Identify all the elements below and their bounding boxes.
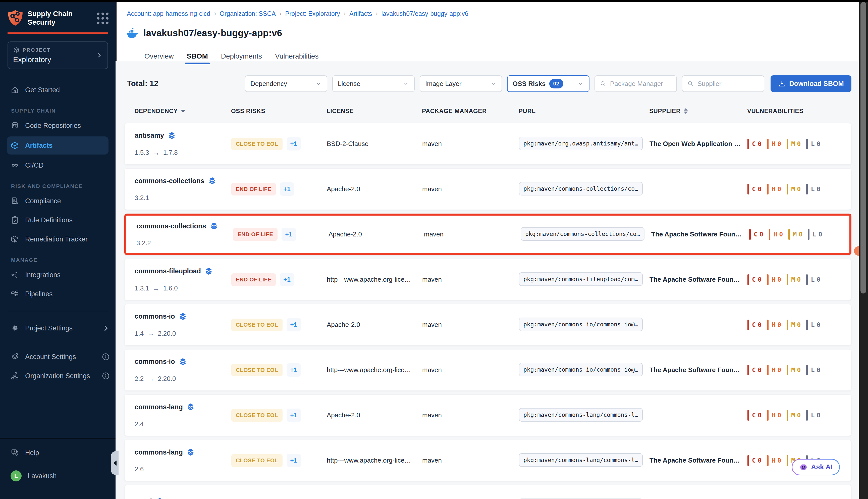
breadcrumb-account[interactable]: Account: app-harness-ng-cicd [127,10,210,17]
supplier-search [682,75,764,92]
vuln-critical: C0 [747,320,761,330]
layers-icon [208,177,216,185]
page-title: lavakush07/easy-buggy-app:v6 [144,28,282,38]
supplier-value: The Apache Software Foun… [649,366,740,374]
module-grid-icon[interactable] [97,13,109,24]
version-arrow-icon: → [147,330,154,338]
table-row[interactable]: commons-lang 2.4 → CLOSE TO EOL +1 Apach… [124,394,852,436]
breadcrumb-artifacts[interactable]: Artifacts [349,10,372,17]
vulnerability-counts: C0 H0 M0 L0 [747,184,841,194]
table-row[interactable]: commons-fileupload 1.3.1 → 1.6.0 END OF … [124,259,852,300]
dependency-filter-dropdown[interactable]: Dependency [245,75,327,92]
pipelines-icon [11,290,19,298]
breadcrumb-organization[interactable]: Organization: SSCA [220,10,276,17]
sidebar-item-pipelines[interactable]: Pipelines [0,285,115,303]
vuln-critical: C0 [747,365,761,375]
sidebar-section-manage: MANAGE [0,257,115,263]
purl-value[interactable]: pkg:maven/commons-fileupload/com… [519,272,643,286]
layers-icon [156,497,164,499]
tab-sbom[interactable]: SBOM [187,48,208,64]
scrollbar-track[interactable] [859,0,868,499]
image-layer-filter-dropdown[interactable]: Image Layer [420,75,502,92]
sidebar-item-remediation-tracker[interactable]: Remediation Tracker [0,230,115,248]
oss-risk-more-chip[interactable]: +1 [287,363,301,377]
sidebar-item-compliance[interactable]: Compliance [0,192,115,210]
package-manager-value: maven [422,276,508,283]
column-header-supplier[interactable]: SUPPLIER [649,108,747,114]
ai-robot-icon [799,463,808,472]
sidebar-item-get-started[interactable]: Get Started [0,81,115,99]
table-row[interactable]: commons-io 1.4 → 2.20.0 CLOSE TO EOL +1 … [124,304,852,345]
dependency-version: 2.2 → 2.20.0 [135,375,176,383]
vuln-low: L0 [806,320,820,330]
purl-value[interactable]: pkg:maven/commons-lang/commons-l… [519,453,643,467]
dependency-name: commons-io [135,358,175,366]
chevron-down-icon [315,81,322,87]
purl-value[interactable]: pkg:maven/commons-io/commons-io@… [519,363,643,376]
vuln-high: H0 [767,365,781,375]
sidebar-item-integrations[interactable]: Integrations [0,266,115,284]
sidebar-item-rule-definitions[interactable]: Rule Definitions [0,211,115,229]
package-manager-value: maven [422,321,508,329]
tab-vulnerabilities[interactable]: Vulnerabilities [275,48,319,64]
dependency-version: 3.2.1 → [135,194,153,202]
sidebar-item-organization-settings[interactable]: Organization Settings [0,367,115,385]
avatar: L [11,470,22,482]
oss-risk-more-chip[interactable]: +1 [287,137,301,150]
breadcrumb-project[interactable]: Project: Exploratory [285,10,340,17]
table-row[interactable]: commons-collections 3.2.2 → END OF LIFE … [124,214,852,255]
oss-risk-more-chip[interactable]: +1 [282,228,296,241]
sidebar-item-help[interactable]: ? Help [0,443,115,462]
ask-ai-button[interactable]: Ask AI [792,459,840,475]
layers-icon [178,357,187,366]
sidebar-item-code-repositories[interactable]: Code Repositories [0,116,115,135]
sidebar-item-cicd[interactable]: CI/CD [0,156,115,175]
license-value: Apache-2.0 [327,411,412,419]
package-manager-search-input[interactable] [610,80,672,88]
oss-risks-filter-dropdown[interactable]: OSS Risks 02 [507,75,590,92]
oss-risk-more-chip[interactable]: +1 [287,409,301,422]
breadcrumb-separator: › [375,10,378,17]
vuln-critical: C0 [747,455,761,466]
breadcrumb-artifact-name[interactable]: lavakush07/easy-buggy-app:v6 [382,10,468,17]
oss-risk-more-chip[interactable]: +1 [287,318,301,331]
purl-value[interactable]: pkg:maven/commons-io/commons-io@… [519,318,643,331]
oss-risk-more-chip[interactable]: +1 [280,273,294,286]
purl-value[interactable]: pkg:maven/commons-lang/commons-l… [519,408,643,422]
layers-icon [178,312,187,321]
version-arrow-icon: → [153,149,160,157]
license-filter-dropdown[interactable]: License [332,75,415,92]
search-icon [687,80,694,87]
dependency-version: 1.3.1 → 1.6.0 [135,284,178,292]
tab-deployments[interactable]: Deployments [221,48,262,64]
table-row[interactable]: esapi → END OF LIFE +1 BSD, Creative Com… [124,485,852,499]
supplier-value: The Apache Software Foun… [649,276,740,283]
info-icon [101,372,110,380]
table-row[interactable]: commons-collections 3.2.1 → END OF LIFE … [124,168,852,210]
table-row[interactable]: commons-io 2.2 → 2.20.0 CLOSE TO EOL +1 … [124,349,852,391]
table-row[interactable]: antisamy 1.5.3 → 1.7.8 CLOSE TO EOL +1 B… [124,123,852,165]
purl-value[interactable]: pkg:maven/commons-collections/co… [519,182,643,195]
oss-risk-more-chip[interactable]: +1 [280,182,294,196]
project-name: Exploratory [13,55,51,64]
project-selector[interactable]: PROJECT Exploratory [8,41,108,69]
purl-value[interactable]: pkg:maven/org.owasp.antisamy/ant… [519,137,643,150]
oss-risk-more-chip[interactable]: +1 [287,454,301,467]
table-row[interactable]: commons-lang 2.6 → CLOSE TO EOL +1 http-… [124,440,852,481]
oss-risk-badge: CLOSE TO EOL [231,454,283,467]
column-header-dependency[interactable]: DEPENDENCY [134,108,231,114]
vuln-medium: M0 [786,320,801,330]
download-sbom-button[interactable]: Download SBOM [771,75,852,92]
help-chat-icon: ? [11,449,19,457]
sidebar-item-project-settings[interactable]: Project Settings [0,319,115,338]
scrollbar-thumb[interactable] [860,2,866,293]
sidebar-collapse-handle[interactable] [111,451,119,475]
sidebar-item-artifacts[interactable]: Artifacts [7,136,109,155]
dependency-name: commons-lang [135,403,183,411]
sidebar-item-account-settings[interactable]: Account Settings [0,348,115,366]
vulnerability-counts: C0 H0 M0 L0 [747,275,841,285]
tab-overview[interactable]: Overview [145,48,174,64]
purl-value[interactable]: pkg:maven/commons-collections/co… [521,227,644,241]
supplier-search-input[interactable] [697,80,759,88]
sidebar-user[interactable]: L Lavakush [0,466,115,485]
